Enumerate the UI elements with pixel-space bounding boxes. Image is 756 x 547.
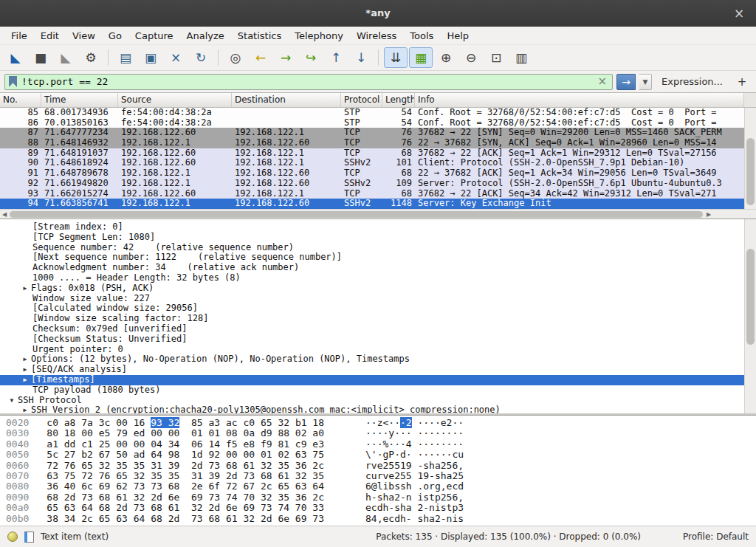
colorize-packets-button[interactable]: ▦ bbox=[409, 47, 433, 68]
capture-options-button[interactable]: ⚙ bbox=[79, 47, 103, 68]
column-header-no[interactable]: No. bbox=[0, 93, 41, 107]
column-header-time[interactable]: Time bbox=[41, 93, 118, 107]
scroll-left-icon[interactable]: ◀ bbox=[0, 210, 9, 219]
menu-telephony[interactable]: Telephony bbox=[288, 28, 350, 44]
detail-row[interactable]: Acknowledgment number: 34 (relative ack … bbox=[0, 263, 756, 273]
detail-row[interactable]: [Stream index: 0] bbox=[0, 222, 756, 233]
zoom-original-button[interactable]: ⊡ bbox=[484, 47, 508, 68]
hex-row[interactable]: 0040a1 dd c1 25 00 00 04 34 06 14 f5 e8 … bbox=[6, 439, 756, 450]
column-header-destination[interactable]: Destination bbox=[232, 93, 341, 107]
detail-row[interactable]: ▶Options: (12 bytes), No-Operation (NOP)… bbox=[0, 354, 756, 365]
packet-row[interactable]: 9371.662015274192.168.122.60192.168.122.… bbox=[0, 189, 744, 199]
detail-row[interactable]: ▶[Timestamps] bbox=[0, 375, 756, 385]
expert-info-icon[interactable] bbox=[7, 531, 18, 542]
close-window-button[interactable]: × bbox=[731, 5, 747, 21]
filter-dropdown-button[interactable]: ▼ bbox=[639, 74, 652, 90]
expander-icon[interactable]: ▼ bbox=[6, 396, 18, 406]
go-back-button[interactable]: ← bbox=[249, 47, 272, 68]
filter-apply-button[interactable]: → bbox=[616, 74, 636, 90]
detail-row[interactable]: [Next sequence number: 1122 (relative se… bbox=[0, 252, 756, 263]
hex-row[interactable]: 00a065 63 64 68 2d 73 68 61 32 2d 6e 69 … bbox=[6, 503, 756, 513]
expander-icon[interactable]: ▶ bbox=[19, 354, 31, 365]
packet-list-scrollbar[interactable] bbox=[744, 108, 756, 209]
menu-go[interactable]: Go bbox=[102, 28, 128, 44]
detail-row[interactable]: [Calculated window size: 29056] bbox=[0, 303, 756, 314]
detail-row[interactable]: ▼SSH Protocol bbox=[0, 396, 756, 406]
resize-columns-button[interactable]: ▥ bbox=[509, 47, 533, 68]
scrollbar-thumb[interactable] bbox=[10, 211, 703, 218]
column-header-source[interactable]: Source bbox=[118, 93, 232, 107]
details-scrollbar[interactable] bbox=[744, 219, 756, 413]
detail-row[interactable]: [TCP Segment Len: 1080] bbox=[0, 233, 756, 243]
go-to-packet-button[interactable]: ↪ bbox=[299, 47, 323, 68]
go-first-packet-button[interactable]: ↑ bbox=[324, 47, 348, 68]
packet-row[interactable]: 9171.648789678192.168.122.1192.168.122.6… bbox=[0, 168, 744, 179]
packet-row[interactable]: 9471.663856741192.168.122.1192.168.122.6… bbox=[0, 199, 744, 209]
auto-scroll-button[interactable]: ⇊ bbox=[384, 47, 408, 68]
scrollbar-thumb[interactable] bbox=[746, 249, 755, 345]
expander-icon[interactable]: ▶ bbox=[19, 375, 31, 385]
profile-label[interactable]: Profile: Default bbox=[683, 531, 749, 542]
column-header-info[interactable]: Info bbox=[415, 93, 744, 107]
detail-row[interactable]: Sequence number: 42 (relative sequence n… bbox=[0, 243, 756, 253]
hex-row[interactable]: 008036 40 6c 69 62 73 73 68 2e 6f 72 67 … bbox=[6, 481, 756, 492]
display-filter-input[interactable]: !tcp.port == 22 × bbox=[4, 74, 613, 90]
filter-clear-icon[interactable]: × bbox=[596, 76, 608, 87]
hex-row[interactable]: 006072 76 65 32 35 35 31 39 2d 73 68 61 … bbox=[6, 461, 756, 471]
hex-row[interactable]: 00505c 27 b2 67 50 ad 64 98 1d 92 00 00 … bbox=[6, 450, 756, 460]
packet-row[interactable]: 9271.661949820192.168.122.1192.168.122.6… bbox=[0, 179, 744, 189]
column-header-length[interactable]: Length bbox=[382, 93, 415, 107]
save-file-button[interactable]: ▣ bbox=[139, 47, 162, 68]
go-forward-button[interactable]: → bbox=[274, 47, 298, 68]
detail-row[interactable]: ▶Flags: 0x018 (PSH, ACK) bbox=[0, 283, 756, 294]
filter-text[interactable]: !tcp.port == 22 bbox=[21, 76, 591, 87]
packet-row[interactable]: 9071.648618924192.168.122.60192.168.122.… bbox=[0, 158, 744, 168]
restart-capture-button[interactable]: ◣ bbox=[54, 47, 78, 68]
packet-row[interactable]: 8771.647777234192.168.122.60192.168.122.… bbox=[0, 128, 744, 138]
menu-tools[interactable]: Tools bbox=[403, 28, 440, 44]
detail-row[interactable]: 1000 .... = Header Length: 32 bytes (8) bbox=[0, 273, 756, 283]
zoom-in-button[interactable]: ⊕ bbox=[434, 47, 458, 68]
stop-capture-button[interactable]: ■ bbox=[29, 47, 52, 68]
detail-row[interactable]: ▶[SEQ/ACK analysis] bbox=[0, 365, 756, 375]
detail-row[interactable]: ▶SSH Version 2 (encryption:chacha20-poly… bbox=[0, 405, 756, 413]
open-file-button[interactable]: ▤ bbox=[114, 47, 137, 68]
menu-help[interactable]: Help bbox=[440, 28, 475, 44]
packet-row[interactable]: 8670.013850163fe:54:00:d4:38:2aSTP54Conf… bbox=[0, 118, 744, 128]
scrollbar-thumb[interactable] bbox=[746, 138, 755, 204]
hex-row[interactable]: 00b038 34 2c 65 63 64 68 2d 73 68 61 32 … bbox=[6, 514, 756, 524]
expander-icon[interactable]: ▶ bbox=[19, 405, 31, 413]
menu-file[interactable]: File bbox=[4, 28, 34, 44]
menu-view[interactable]: View bbox=[66, 28, 102, 44]
detail-row[interactable]: Window size value: 227 bbox=[0, 294, 756, 304]
horizontal-scrollbar[interactable]: ◀ ▶ bbox=[0, 209, 756, 219]
reload-file-button[interactable]: ↻ bbox=[189, 47, 213, 68]
capture-comment-icon[interactable] bbox=[24, 531, 34, 543]
packet-row[interactable]: 8871.648146932192.168.122.1192.168.122.6… bbox=[0, 138, 744, 148]
add-filter-button[interactable]: + bbox=[732, 74, 752, 90]
hex-row[interactable]: 0020c0 a8 7a 3c 00 16 93 32 85 a3 ac c0 … bbox=[6, 418, 756, 428]
menu-wireless[interactable]: Wireless bbox=[350, 28, 403, 44]
menu-analyze[interactable]: Analyze bbox=[180, 28, 231, 44]
packet-row[interactable]: 8568.001734936fe:54:00:d4:38:2aSTP54Conf… bbox=[0, 108, 744, 118]
hex-row[interactable]: 007063 75 72 76 65 32 35 35 31 39 2d 73 … bbox=[6, 471, 756, 481]
expander-icon[interactable]: ▶ bbox=[19, 365, 31, 375]
hex-row[interactable]: 003080 18 00 e5 79 ed 00 00 01 01 08 0a … bbox=[6, 428, 756, 438]
go-last-packet-button[interactable]: ↓ bbox=[349, 47, 373, 68]
start-capture-button[interactable]: ◣ bbox=[4, 47, 27, 68]
detail-row[interactable]: Urgent pointer: 0 bbox=[0, 345, 756, 355]
column-header-protocol[interactable]: Protocol bbox=[341, 93, 382, 107]
detail-row[interactable]: Checksum: 0x79ed [unverified] bbox=[0, 324, 756, 334]
menu-statistics[interactable]: Statistics bbox=[231, 28, 288, 44]
expression-button[interactable]: Expression... bbox=[656, 75, 729, 89]
packet-row[interactable]: 8971.648191037192.168.122.60192.168.122.… bbox=[0, 148, 744, 159]
close-file-button[interactable]: × bbox=[164, 47, 188, 68]
find-packet-button[interactable]: ◎ bbox=[224, 47, 247, 68]
filter-bookmark-icon[interactable] bbox=[9, 76, 17, 87]
menu-capture[interactable]: Capture bbox=[128, 28, 180, 44]
detail-row[interactable]: [Checksum Status: Unverified] bbox=[0, 334, 756, 345]
detail-row[interactable]: TCP payload (1080 bytes) bbox=[0, 385, 756, 396]
hex-row[interactable]: 009068 2d 73 68 61 32 2d 6e 69 73 74 70 … bbox=[6, 492, 756, 503]
detail-row[interactable]: [Window size scaling factor: 128] bbox=[0, 314, 756, 324]
expander-icon[interactable]: ▶ bbox=[19, 283, 31, 294]
